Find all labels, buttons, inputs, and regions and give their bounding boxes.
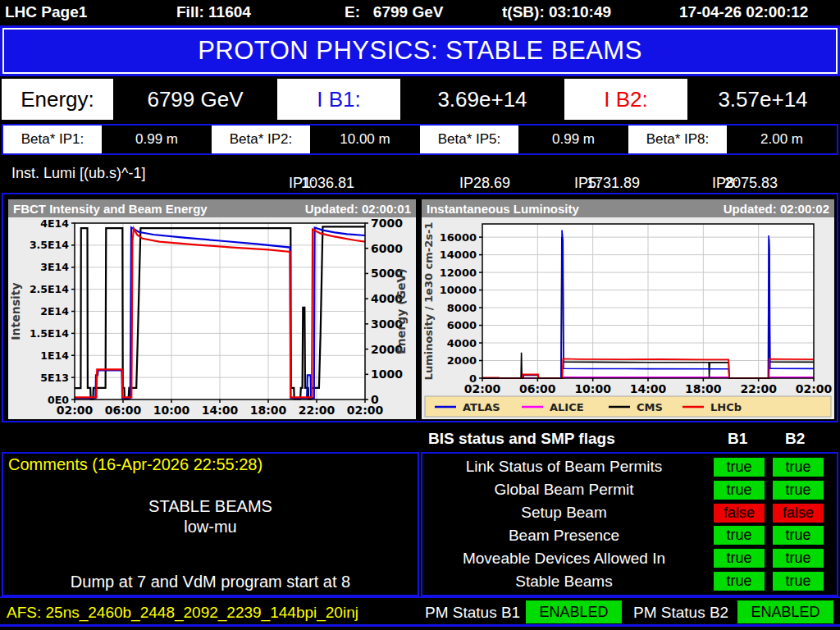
svg-text:14000: 14000 [440, 249, 477, 261]
svg-text:02:00: 02:00 [796, 382, 833, 395]
mode-banner-text: PROTON PHYSICS: STABLE BEAMS [198, 36, 642, 66]
beta-ip1-label: Beta* IP1: [3, 126, 102, 153]
afs-filling-scheme: AFS: 25ns_2460b_2448_2092_2239_144bpi_20… [7, 604, 358, 622]
svg-text:8000: 8000 [447, 302, 477, 314]
inst-lumi-row: Inst. Lumi [(ub.s)^-1] IP1:1036.81 IP2:8… [0, 155, 840, 193]
bis-row-beam-presence: Beam Presence true true [422, 524, 837, 546]
inst-lumi-label: Inst. Lumi [(ub.s)^-1] [11, 165, 146, 182]
lumi-ip2-value: 8.69 [459, 175, 510, 192]
comments-title: Comments (16-Apr-2026 22:55:28) [8, 455, 262, 474]
svg-text:06:00: 06:00 [519, 382, 556, 395]
svg-text:18:00: 18:00 [250, 404, 287, 417]
intensity-b1-value: 3.69e+14 [400, 79, 564, 120]
svg-text:ATLAS: ATLAS [463, 401, 500, 413]
flag-setup-beam-b2: false [773, 504, 824, 523]
svg-text:1000: 1000 [371, 368, 403, 381]
beta-ip8-label: Beta* IP8: [628, 126, 727, 153]
svg-text:1E14: 1E14 [40, 349, 69, 362]
svg-text:5E13: 5E13 [40, 372, 69, 384]
fill-number: Fill: 11604 [176, 3, 251, 21]
fbct-intensity-energy-chart: FBCT Intensity and Beam Energy Updated: … [8, 199, 416, 419]
svg-text:16000: 16000 [440, 231, 477, 244]
flag-stable-beams-b1: true [714, 572, 765, 591]
pm-status-b2-label: PM Status B2 [633, 604, 728, 622]
chart2-updated: Updated: 02:00:02 [724, 202, 829, 216]
svg-text:06:00: 06:00 [105, 404, 142, 417]
svg-text:10:00: 10:00 [153, 404, 190, 417]
svg-text:Luminosity / 1e30 cm-2s-1: Luminosity / 1e30 cm-2s-1 [422, 222, 435, 381]
energy-value: 6799 GeV [113, 79, 277, 120]
svg-text:7000: 7000 [371, 217, 403, 230]
pm-status-b1-label: PM Status B1 [425, 604, 520, 622]
pm-status-b1-badge: ENABLED [526, 600, 622, 623]
svg-text:Intensity: Intensity [9, 282, 22, 340]
svg-text:0: 0 [469, 372, 477, 385]
svg-text:18:00: 18:00 [685, 382, 722, 395]
bottom-divider [0, 624, 840, 627]
svg-text:10:00: 10:00 [574, 382, 611, 395]
mode-banner: PROTON PHYSICS: STABLE BEAMS [0, 25, 840, 76]
instantaneous-luminosity-chart: Instantaneous Luminosity Updated: 02:00:… [422, 199, 834, 419]
bis-row-stable-beams: Stable Beams true true [422, 570, 837, 592]
flag-beam-presence-b2: true [773, 526, 824, 545]
svg-text:0E0: 0E0 [48, 394, 69, 406]
beta-ip2-label: Beta* IP2: [212, 126, 310, 153]
bis-row-label: Stable Beams [422, 573, 705, 591]
svg-text:3E14: 3E14 [40, 261, 69, 273]
bis-row-label: Beam Presence [422, 527, 705, 545]
beam-energy: E: 6799 GeV [345, 3, 443, 21]
bis-col-b2: B2 [785, 430, 805, 448]
bis-title: BIS status and SMP flags [428, 430, 615, 448]
chart1-title: FBCT Intensity and Beam Energy [13, 202, 208, 216]
svg-text:3.5E14: 3.5E14 [30, 239, 69, 251]
intensity-b2-label: I B2: [564, 79, 687, 120]
bis-row-global-permit: Global Beam Permit true true [422, 479, 837, 501]
svg-text:22:00: 22:00 [299, 404, 336, 417]
beta-ip5-label: Beta* IP5: [420, 126, 518, 153]
svg-text:6000: 6000 [371, 242, 403, 255]
svg-text:4E14: 4E14 [40, 217, 69, 230]
luminosity-chart-canvas: 02:0006:0010:0014:0018:0022:0002:0002000… [422, 217, 834, 419]
beta-ip1-value: 0.99 m [102, 126, 212, 153]
svg-text:10000: 10000 [440, 284, 477, 296]
time-in-stable-beams: t(SB): 03:10:49 [502, 3, 611, 21]
energy-label: Energy: [2, 79, 113, 120]
svg-text:2.5E14: 2.5E14 [30, 283, 69, 295]
intensity-b1-label: I B1: [277, 79, 400, 120]
comment-line-3: Dump at 7 and VdM program start at 8 [3, 573, 418, 591]
chart2-title: Instantaneous Luminosity [427, 202, 579, 216]
svg-text:14:00: 14:00 [630, 382, 667, 395]
flag-moveable-devices-b1: true [714, 549, 765, 568]
bis-row-setup-beam: Setup Beam false false [422, 502, 837, 524]
flag-stable-beams-b2: true [773, 572, 824, 591]
bis-row-moveable-devices: Moveable Devices Allowed In true true [422, 547, 837, 569]
flag-global-permit-b2: true [773, 481, 824, 500]
bis-row-label: Global Beam Permit [422, 481, 705, 499]
bis-flags-panel: Link Status of Beam Permits true true Gl… [421, 452, 838, 596]
charts-section: FBCT Intensity and Beam Energy Updated: … [2, 193, 838, 422]
energy-intensity-row: Energy: 6799 GeV I B1: 3.69e+14 I B2: 3.… [0, 76, 840, 122]
bis-row-label: Link Status of Beam Permits [422, 458, 705, 476]
flag-beam-presence-b1: true [714, 526, 765, 545]
chart1-updated: Updated: 02:00:01 [305, 202, 411, 216]
lumi-ip8-value: 2075.83 [712, 175, 778, 192]
lumi-ip5-value: 1731.89 [574, 175, 640, 192]
svg-text:22:00: 22:00 [740, 382, 777, 395]
bis-col-b1: B1 [728, 430, 747, 448]
svg-text:ALICE: ALICE [550, 401, 584, 413]
fbct-chart-canvas: 02:0006:0010:0014:0018:0022:0002:000E05E… [8, 217, 416, 419]
svg-text:12000: 12000 [440, 267, 477, 279]
datetime: 17-04-26 02:00:12 [679, 3, 808, 21]
bis-header: BIS status and SMP flags B1 B2 [422, 427, 838, 452]
flag-global-permit-b1: true [714, 481, 765, 500]
svg-text:2E14: 2E14 [40, 305, 69, 317]
svg-text:0: 0 [371, 393, 379, 406]
pm-status-b2-badge: ENABLED [737, 600, 833, 623]
bis-row-link-status: Link Status of Beam Permits true true [422, 456, 837, 478]
svg-text:14:00: 14:00 [202, 404, 239, 417]
lumi-ip1-value: 1036.81 [289, 175, 354, 192]
bis-row-label: Moveable Devices Allowed In [422, 550, 705, 568]
comments-panel: Comments (16-Apr-2026 22:55:28) STABLE B… [2, 452, 419, 596]
flag-moveable-devices-b2: true [773, 549, 824, 568]
svg-text:LHCb: LHCb [710, 401, 742, 413]
